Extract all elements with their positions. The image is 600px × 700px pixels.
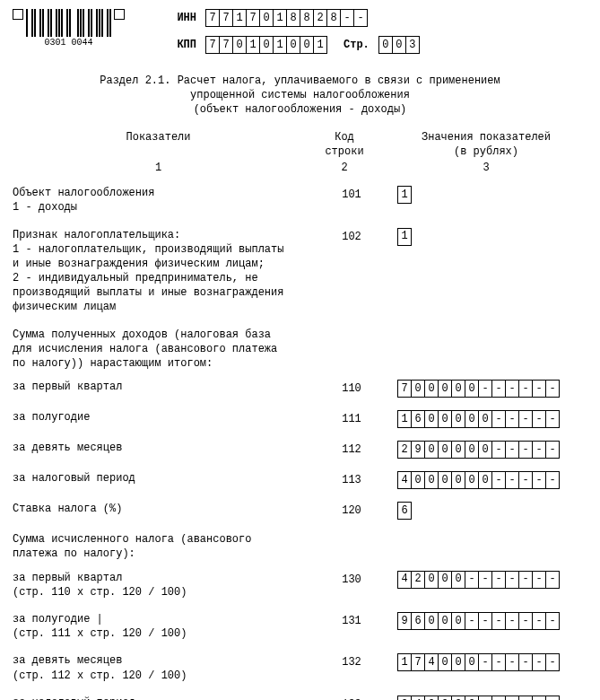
cell: 9 <box>397 612 412 630</box>
page-cells: 003 <box>378 36 420 54</box>
table-row: за первый квартал110700000------ <box>13 380 587 398</box>
kpp-label: КПП <box>168 38 196 52</box>
inn-label: ИНН <box>168 11 196 25</box>
cell: 0 <box>424 571 439 589</box>
cell: 0 <box>424 612 439 630</box>
cell: - <box>518 612 533 630</box>
cell: 4 <box>397 471 412 489</box>
cell: 0 <box>465 410 479 428</box>
page-label: Стр. <box>343 38 370 52</box>
cell: - <box>505 380 519 398</box>
cell: 7 <box>205 36 220 54</box>
cell: - <box>505 410 519 428</box>
cell: - <box>518 380 533 398</box>
row-value: 240000------ <box>392 696 587 700</box>
row-desc: за налоговый период (стр. 113 х стр. 120… <box>13 696 311 700</box>
cell: - <box>505 653 519 671</box>
group1-heading: Сумма полученных доходов (налоговая база… <box>13 328 304 372</box>
cell: 7 <box>219 36 233 54</box>
cell: - <box>545 653 560 671</box>
barcode: 0301 0044 <box>26 9 111 47</box>
cell: 4 <box>397 571 412 589</box>
cell: 6 <box>397 502 412 520</box>
cell: 0 <box>451 410 465 428</box>
cell: - <box>505 612 519 630</box>
cell: 1 <box>397 186 412 204</box>
col-num-3: 3 <box>385 161 587 175</box>
table-row: за налоговый период1134000000----- <box>13 471 587 489</box>
cell: 1 <box>313 36 327 54</box>
cell: 0 <box>424 410 439 428</box>
cell: 0 <box>451 571 465 589</box>
cell: 0 <box>286 36 300 54</box>
cell: 0 <box>465 696 479 700</box>
row-code: 133 <box>311 696 392 700</box>
cell: 8 <box>286 9 300 27</box>
column-headers: Показатели Код строки Значения показател… <box>13 130 587 159</box>
cell: 4 <box>424 653 439 671</box>
cell: 6 <box>411 612 425 630</box>
row-code: 110 <box>311 380 392 396</box>
cell: 0 <box>424 380 439 398</box>
marker-square <box>114 9 125 20</box>
cell: 7 <box>205 9 220 27</box>
col-num-1: 1 <box>13 161 304 175</box>
cell: - <box>532 471 546 489</box>
cell: - <box>545 571 560 589</box>
cell: 0 <box>259 9 274 27</box>
col-header-1: Показатели <box>13 130 304 159</box>
cell: - <box>532 696 546 700</box>
cell: 2 <box>397 441 412 459</box>
cell: 0 <box>438 410 452 428</box>
cell: 1 <box>397 410 412 428</box>
cell: 0 <box>424 471 439 489</box>
cell: - <box>532 571 546 589</box>
cell: 7 <box>411 653 425 671</box>
row-desc: за первый квартал (стр. 110 х стр. 120 /… <box>13 571 311 599</box>
cell: - <box>491 653 506 671</box>
cell: - <box>491 410 506 428</box>
cell: - <box>353 9 368 27</box>
cell: 0 <box>438 441 452 459</box>
barcode-num: 0301 <box>44 37 65 49</box>
row-desc: за полугодие <box>13 410 311 424</box>
row-value: 42000------- <box>392 571 587 589</box>
cell: 0 <box>465 653 479 671</box>
kpp-cells: 770101001 <box>205 36 327 54</box>
cell: - <box>478 571 492 589</box>
row-code: 120 <box>311 502 392 518</box>
cell: 1 <box>232 9 247 27</box>
inn-cells: 7717018828-- <box>205 9 368 27</box>
row-desc: Признак налогоплательщика: 1 - налогопла… <box>13 228 311 315</box>
cell: - <box>545 612 560 630</box>
cell: 7 <box>219 9 233 27</box>
cell: - <box>545 471 560 489</box>
row-code: 112 <box>311 441 392 457</box>
table-row: Признак налогоплательщика: 1 - налогопла… <box>13 228 587 315</box>
cell: 2 <box>313 9 327 27</box>
row-value: 1600000----- <box>392 410 587 428</box>
cell: - <box>340 9 354 27</box>
cell: - <box>505 441 519 459</box>
cell: 1 <box>273 9 287 27</box>
cell: 0 <box>451 380 465 398</box>
cell: - <box>518 653 533 671</box>
cell: - <box>505 571 519 589</box>
row-value: 2900000----- <box>392 441 587 459</box>
row-value: 4000000----- <box>392 471 587 489</box>
form-header: 0301 0044 ИНН 7717018828-- КПП 770101001… <box>13 9 587 54</box>
cell: - <box>491 380 506 398</box>
rate-row-container: Ставка налога (%)1206 <box>13 502 587 520</box>
row-code: 131 <box>311 612 392 628</box>
cell: - <box>545 380 560 398</box>
cell: - <box>518 571 533 589</box>
cell: 2 <box>397 696 412 700</box>
row-value: 1 <box>392 186 587 204</box>
cell: - <box>465 612 479 630</box>
table-row: Ставка налога (%)1206 <box>13 502 587 520</box>
row-code: 111 <box>311 410 392 426</box>
cell: 3 <box>405 36 420 54</box>
cell: - <box>491 612 506 630</box>
cell: 0 <box>392 36 406 54</box>
table-row: Объект налогообложения 1 - доходы1011 <box>13 186 587 214</box>
